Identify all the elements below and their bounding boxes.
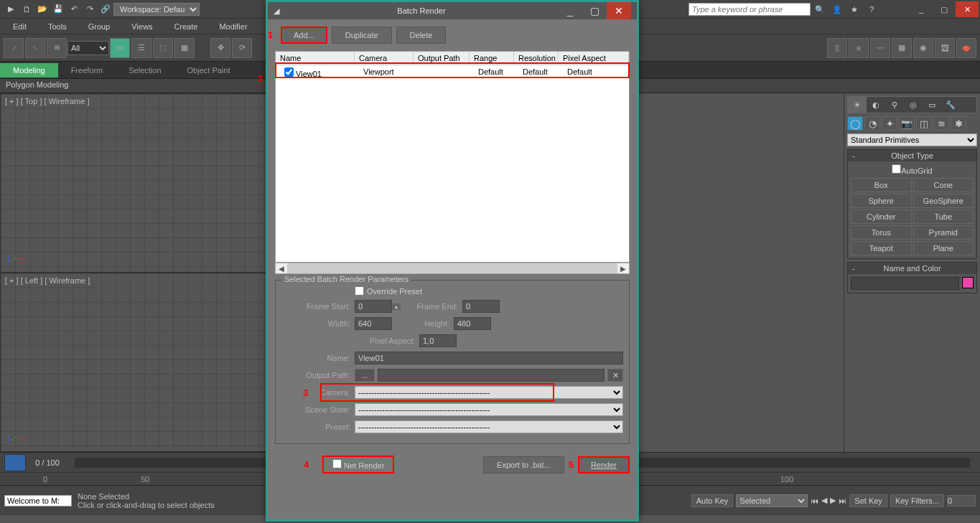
- render-button[interactable]: Render: [578, 456, 630, 473]
- hierarchy-tab-icon[interactable]: ⚲: [885, 97, 904, 113]
- select-link-icon[interactable]: ⟋: [4, 38, 24, 58]
- autokey-button[interactable]: Auto Key: [691, 494, 734, 507]
- menu-tools[interactable]: Tools: [48, 22, 67, 31]
- minimize-button[interactable]: _: [910, 1, 933, 17]
- cameras-icon[interactable]: 📷: [899, 116, 915, 131]
- help-icon[interactable]: ?: [864, 2, 879, 17]
- menu-modifiers[interactable]: Modifier: [219, 22, 247, 31]
- curve-editor-icon[interactable]: 〰: [870, 38, 890, 58]
- bind-icon[interactable]: ≋: [47, 38, 67, 58]
- select-name-icon[interactable]: ☰: [131, 38, 151, 58]
- star-icon[interactable]: ★: [847, 2, 862, 17]
- frame-start-input[interactable]: [355, 300, 392, 313]
- cone-button[interactable]: Cone: [913, 178, 974, 192]
- height-input[interactable]: [454, 317, 491, 330]
- motion-tab-icon[interactable]: ◎: [904, 97, 923, 113]
- current-frame-input[interactable]: [947, 495, 976, 506]
- link-icon[interactable]: 🔗: [98, 2, 113, 17]
- pixel-aspect-input[interactable]: [419, 334, 457, 347]
- create-tab-icon[interactable]: ☀: [848, 97, 867, 113]
- spacewarps-icon[interactable]: ≋: [933, 116, 949, 131]
- rect-select-icon[interactable]: ⬚: [153, 38, 173, 58]
- maxscript-listener[interactable]: Welcome to M:: [4, 495, 72, 506]
- dialog-titlebar[interactable]: ◢ Batch Render _ ▢ ✕: [268, 2, 637, 19]
- schematic-icon[interactable]: ▦: [892, 38, 912, 58]
- box-button[interactable]: Box: [851, 178, 912, 192]
- new-icon[interactable]: 🗋: [19, 2, 34, 17]
- open-icon[interactable]: 📂: [35, 2, 50, 17]
- tab-modeling[interactable]: Modeling: [0, 63, 58, 77]
- net-render-checkbox[interactable]: [332, 459, 342, 468]
- move-icon[interactable]: ✥: [210, 38, 230, 58]
- output-browse-button[interactable]: ...: [355, 369, 375, 382]
- setkey-button[interactable]: Set Key: [849, 494, 887, 507]
- systems-icon[interactable]: ✱: [951, 116, 966, 131]
- color-swatch[interactable]: [962, 277, 974, 288]
- close-button[interactable]: ✕: [956, 1, 979, 17]
- frame-end-input[interactable]: [462, 300, 500, 313]
- helpers-icon[interactable]: ◫: [916, 116, 932, 131]
- search-input[interactable]: [689, 3, 811, 16]
- name-color-header[interactable]: -Name and Color: [848, 263, 976, 274]
- keyfilters-button[interactable]: Key Filters...: [890, 494, 944, 507]
- viewport-top-label[interactable]: [ + ] [ Top ] [ Wireframe ]: [5, 97, 89, 105]
- category-dropdown[interactable]: Standard Primitives: [847, 133, 977, 146]
- undo-icon[interactable]: ↶: [67, 2, 81, 17]
- save-icon[interactable]: 💾: [51, 2, 65, 17]
- material-icon[interactable]: ◉: [913, 38, 933, 58]
- pyramid-button[interactable]: Pyramid: [913, 225, 974, 240]
- play-back-icon[interactable]: ◀: [821, 496, 827, 505]
- lights-icon[interactable]: ✦: [882, 116, 897, 131]
- scroll-right-icon[interactable]: ▶: [617, 263, 629, 273]
- window-crossing-icon[interactable]: ▦: [174, 38, 195, 58]
- select-icon[interactable]: ▭: [110, 38, 130, 58]
- scene-state-select[interactable]: ----------------------------------------…: [355, 403, 623, 416]
- output-clear-button[interactable]: ✕: [607, 369, 623, 382]
- play-next-icon[interactable]: ⏭: [839, 496, 846, 505]
- width-input[interactable]: [355, 317, 392, 330]
- dialog-maximize[interactable]: ▢: [582, 2, 607, 19]
- maximize-button[interactable]: ▢: [933, 1, 956, 17]
- preset-select[interactable]: ----------------------------------------…: [355, 420, 623, 433]
- menu-edit[interactable]: Edit: [13, 22, 27, 31]
- spin-up-icon[interactable]: ▲: [392, 303, 401, 310]
- add-button[interactable]: Add...: [281, 27, 327, 44]
- dialog-close[interactable]: ✕: [607, 2, 631, 19]
- tab-freeform[interactable]: Freeform: [58, 63, 116, 77]
- search-icon[interactable]: 🔍: [813, 2, 827, 17]
- geometry-icon[interactable]: ◯: [847, 116, 863, 131]
- name-input[interactable]: [355, 352, 623, 364]
- display-tab-icon[interactable]: ▭: [923, 97, 941, 113]
- geosphere-button[interactable]: GeoSphere: [913, 194, 974, 208]
- batch-list[interactable]: Name Camera Output Path Range Resolution…: [275, 51, 630, 263]
- output-path-input[interactable]: [378, 369, 605, 382]
- viewport-left-label[interactable]: [ + ] [ Left ] [ Wireframe ]: [5, 276, 90, 285]
- object-type-header[interactable]: -Object Type: [848, 150, 976, 161]
- menu-create[interactable]: Create: [174, 22, 197, 31]
- shapes-icon[interactable]: ◔: [864, 116, 880, 131]
- play-prev-icon[interactable]: ⏮: [811, 496, 818, 505]
- key-filter-select[interactable]: Selected: [736, 494, 808, 507]
- tab-selection[interactable]: Selection: [116, 63, 174, 77]
- scroll-track[interactable]: [287, 263, 617, 273]
- sphere-button[interactable]: Sphere: [851, 194, 912, 208]
- unlink-icon[interactable]: ⟍: [25, 38, 45, 58]
- cylinder-button[interactable]: Cylinder: [851, 209, 912, 224]
- list-scrollbar[interactable]: ◀ ▶: [275, 263, 630, 274]
- tab-object-paint[interactable]: Object Paint: [174, 63, 243, 77]
- render-setup-icon[interactable]: 🖼: [935, 38, 955, 58]
- override-checkbox[interactable]: [355, 286, 364, 296]
- export-bat-button[interactable]: Export to .bat...: [483, 456, 564, 473]
- render-frame-icon[interactable]: 🫖: [956, 38, 976, 58]
- autogrid-checkbox[interactable]: [892, 164, 901, 174]
- play-icon[interactable]: ▶: [830, 496, 836, 505]
- workspace-selector[interactable]: Workspace: Default: [113, 3, 200, 16]
- plane-button[interactable]: Plane: [913, 241, 974, 255]
- signin-icon[interactable]: 👤: [830, 2, 844, 17]
- utilities-tab-icon[interactable]: 🔧: [941, 97, 960, 113]
- menu-group[interactable]: Group: [88, 22, 111, 31]
- redo-icon[interactable]: ↷: [83, 2, 97, 17]
- selection-filter[interactable]: All: [67, 41, 109, 55]
- menu-views[interactable]: Views: [131, 22, 152, 31]
- modify-tab-icon[interactable]: ◐: [867, 97, 885, 113]
